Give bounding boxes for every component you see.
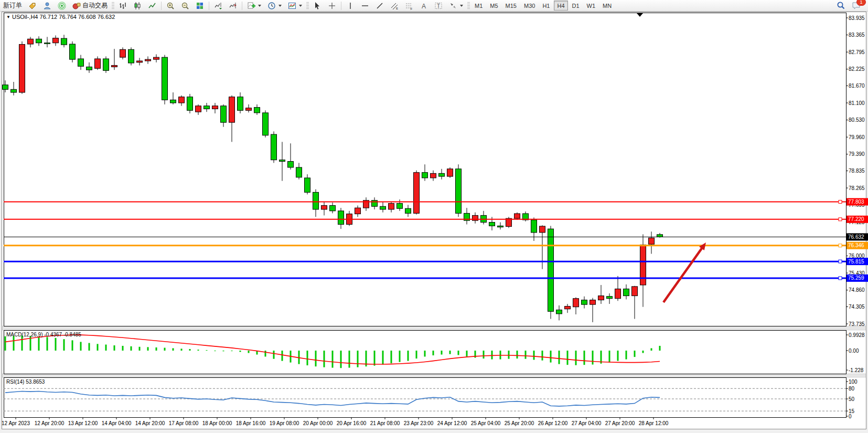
candle-body	[145, 59, 151, 61]
candle-body	[607, 297, 613, 299]
rsi-pane[interactable]	[4, 378, 846, 418]
timeframe-button-MN[interactable]: MN	[599, 1, 615, 10]
toolbar-separator	[242, 2, 242, 10]
timeframe-button-D1[interactable]: D1	[569, 1, 583, 10]
candle-body	[649, 238, 655, 244]
macd-histogram-bar	[55, 338, 57, 351]
candle-body	[632, 287, 638, 296]
crosshair-tool-button[interactable]	[325, 0, 339, 11]
notifications-button[interactable]: 1	[849, 0, 864, 11]
signals-button[interactable]	[55, 0, 69, 11]
macd-histogram-bar	[466, 351, 468, 356]
line-chart-icon	[148, 2, 156, 10]
macd-histogram-bar	[491, 351, 493, 360]
macd-histogram-bar	[215, 351, 216, 351]
cursor-tool-button[interactable]	[310, 0, 324, 11]
level-handle[interactable]	[839, 277, 842, 280]
macd-histogram-bar	[114, 345, 115, 351]
candle-body	[515, 214, 520, 218]
bar-chart-button[interactable]	[116, 0, 130, 11]
level-price-badge-label: 77.803	[848, 199, 864, 205]
arrows-tool-button[interactable]	[446, 0, 466, 11]
price-tick-label: 83.935	[849, 15, 865, 21]
price-tick-label: 81.670	[849, 83, 865, 89]
candle-body	[19, 45, 25, 92]
macd-histogram-bar	[80, 342, 82, 351]
macd-histogram-bar	[38, 336, 40, 351]
auto-trading-button[interactable]: 自动交易	[70, 0, 110, 11]
trendline-icon	[376, 2, 384, 10]
horizontal-line-tool-button[interactable]	[358, 0, 372, 11]
time-axis-label: 20 Apr 00:00	[303, 420, 333, 426]
candle-body	[162, 57, 168, 100]
level-handle[interactable]	[839, 200, 842, 204]
templates-button[interactable]	[285, 0, 305, 11]
macd-histogram-bar	[626, 351, 627, 360]
chart-canvas[interactable]: 83.93583.36582.79582.22581.67081.10080.5…	[0, 0, 868, 433]
auto-scroll-button[interactable]	[211, 0, 225, 11]
macd-histogram-bar	[273, 351, 275, 359]
macd-histogram-bar	[240, 351, 241, 352]
macd-histogram-bar	[324, 351, 325, 367]
candle-body	[53, 38, 59, 43]
line-chart-button[interactable]	[145, 0, 159, 11]
timeframe-button-H4[interactable]: H4	[554, 1, 567, 10]
current-price-badge-label: 76.632	[848, 234, 864, 240]
timeframe-button-W1[interactable]: W1	[584, 1, 599, 10]
chart-shift-button[interactable]	[226, 0, 240, 11]
time-axis-label: 18 Apr 00:00	[202, 420, 232, 426]
timeframe-button-M15[interactable]: M15	[502, 1, 520, 10]
candle-body	[582, 300, 587, 305]
macd-indicator-label: MACD(12,26,9) -0.4367 -0.8485	[6, 332, 81, 337]
timeframe-button-M1[interactable]: M1	[471, 1, 486, 10]
candlestick-chart-button[interactable]	[131, 0, 144, 11]
trendline-tool-button[interactable]	[373, 0, 387, 11]
candle-body	[624, 289, 629, 295]
new-order-button[interactable]: 新订单	[1, 0, 25, 11]
macd-histogram-bar	[634, 351, 636, 357]
macd-histogram-bar	[416, 351, 417, 358]
price-tick-label: 82.795	[849, 49, 865, 55]
level-handle[interactable]	[839, 244, 842, 247]
macd-histogram-bar	[424, 351, 426, 356]
candle-body	[61, 38, 67, 45]
macd-histogram-bar	[408, 351, 409, 361]
tile-windows-icon	[196, 2, 204, 10]
bar-chart-icon	[119, 2, 127, 10]
zoom-in-button[interactable]	[164, 0, 177, 11]
text-tool-button[interactable]: A	[417, 0, 431, 11]
text-icon: A	[420, 2, 428, 10]
periods-button[interactable]	[265, 0, 284, 11]
level-handle[interactable]	[839, 218, 842, 221]
macd-histogram-bar	[206, 350, 208, 351]
macd-histogram-bar	[609, 351, 610, 363]
time-axis-label: 20 Apr 16:00	[337, 420, 367, 426]
timeframe-button-M5[interactable]: M5	[487, 1, 501, 10]
search-button[interactable]	[834, 0, 848, 11]
profile-button[interactable]	[40, 0, 54, 11]
tile-windows-button[interactable]	[193, 0, 207, 11]
candle-body	[405, 208, 411, 213]
vertical-line-tool-button[interactable]	[344, 0, 357, 11]
pane-splitter[interactable]	[2, 326, 866, 330]
candle-body	[657, 235, 663, 237]
macd-histogram-bar	[147, 347, 149, 351]
text-label-tool-button[interactable]: T	[432, 0, 445, 11]
cursor-icon	[313, 2, 322, 10]
candlestick-icon	[133, 2, 142, 10]
add-indicator-icon	[247, 2, 255, 10]
candle-body	[296, 167, 302, 177]
fibonacci-tool-button[interactable]: F	[402, 0, 416, 11]
channel-tool-button[interactable]: E	[388, 0, 401, 11]
zoom-out-button[interactable]	[178, 0, 192, 11]
dropdown-caret	[299, 5, 302, 7]
one-click-expander-icon[interactable]: ▼	[6, 15, 10, 19]
indicators-button[interactable]	[244, 0, 264, 11]
price-tag-button[interactable]	[26, 0, 39, 11]
timeframe-button-H1[interactable]: H1	[539, 1, 553, 10]
level-handle[interactable]	[839, 260, 842, 263]
candle-body	[397, 204, 403, 209]
timeframe-button-M30[interactable]: M30	[521, 1, 538, 10]
level-price-badge-label: 77.220	[848, 216, 864, 222]
pane-splitter[interactable]	[2, 374, 866, 377]
